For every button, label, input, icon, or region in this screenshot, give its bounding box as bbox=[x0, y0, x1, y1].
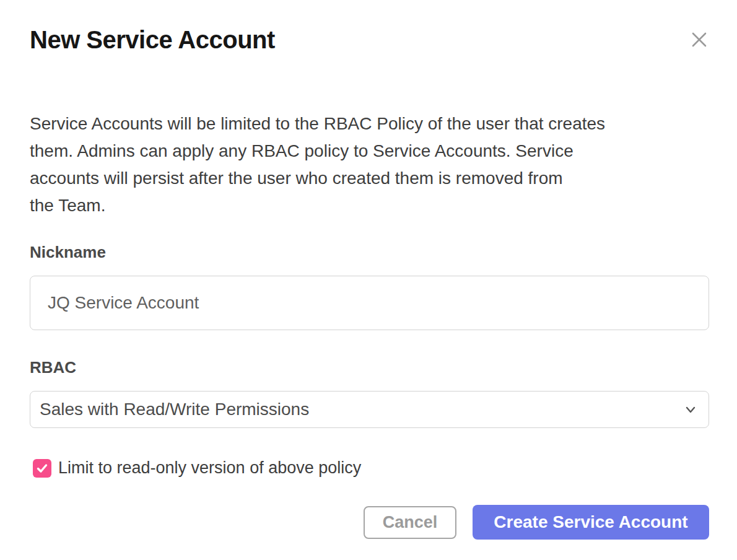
rbac-label: RBAC bbox=[30, 358, 709, 377]
create-service-account-button[interactable]: Create Service Account bbox=[473, 505, 709, 540]
rbac-selected-option: Sales with Read/Write Permissions bbox=[40, 400, 309, 419]
description-line: accounts will persist after the user who… bbox=[30, 165, 709, 192]
modal-header: New Service Account bbox=[30, 0, 709, 55]
readonly-checkbox-label[interactable]: Limit to read-only version of above poli… bbox=[58, 458, 361, 478]
close-button[interactable] bbox=[689, 30, 709, 50]
modal-footer: Cancel Create Service Account bbox=[30, 505, 709, 540]
description-line: Service Accounts will be limited to the … bbox=[30, 110, 709, 138]
nickname-input[interactable] bbox=[30, 276, 709, 330]
close-icon bbox=[691, 31, 708, 48]
chevron-down-icon bbox=[684, 403, 697, 416]
description-line: the Team. bbox=[30, 192, 709, 219]
readonly-checkbox[interactable] bbox=[33, 459, 51, 478]
checkmark-icon bbox=[36, 462, 48, 475]
new-service-account-modal: New Service Account Service Accounts wil… bbox=[0, 0, 737, 560]
modal-description: Service Accounts will be limited to the … bbox=[30, 110, 709, 219]
nickname-label: Nickname bbox=[30, 243, 709, 261]
modal-title: New Service Account bbox=[30, 25, 709, 55]
readonly-checkbox-row: Limit to read-only version of above poli… bbox=[33, 458, 709, 478]
cancel-button[interactable]: Cancel bbox=[364, 506, 456, 539]
description-line: them. Admins can apply any RBAC policy t… bbox=[30, 138, 709, 165]
rbac-select[interactable]: Sales with Read/Write Permissions bbox=[30, 391, 709, 428]
